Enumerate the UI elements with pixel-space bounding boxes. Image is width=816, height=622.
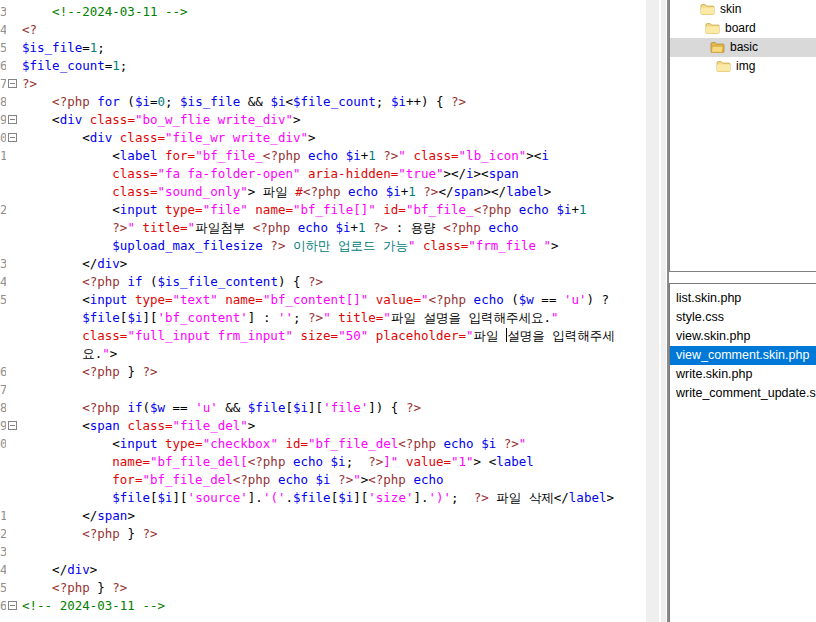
line-number: 5 (0, 39, 6, 57)
code-text: for="bf_file_del<?php echo $i ?>"><?php … (22, 471, 444, 489)
tree-item-label: basic (730, 40, 758, 54)
file-list-panel: list.skin.phpstyle.cssview.skin.phpview_… (669, 283, 816, 622)
code-text: </div> (22, 561, 97, 579)
code-text: <input type="checkbox" id="bf_file_del<?… (22, 435, 526, 453)
code-line[interactable]: class="full_input frm_input" size="50" p… (0, 327, 646, 345)
line-number: 8 (0, 93, 6, 111)
line-number: 3 (0, 543, 6, 561)
fold-toggle-icon[interactable] (8, 79, 17, 88)
line-number: 1 (0, 507, 6, 525)
code-text: <input type="text" name="bf_content[]" v… (22, 291, 609, 309)
code-line[interactable]: 9 <div class="bo_w_flie write_div"> (0, 111, 646, 129)
file-item-list.skin.php[interactable]: list.skin.php (670, 289, 816, 308)
code-line[interactable]: 3 </div> (0, 255, 646, 273)
code-line[interactable]: 3 (0, 543, 646, 561)
code-line[interactable]: $file[$i]['source'].'('.$file[$i]['size'… (0, 489, 646, 507)
code-line[interactable]: $upload_max_filesize ?> 이하만 업로드 가능" clas… (0, 237, 646, 255)
file-item-write.skin.php[interactable]: write.skin.php (670, 365, 816, 384)
code-line[interactable]: 4 </div> (0, 561, 646, 579)
code-line[interactable]: 7?> (0, 75, 646, 93)
code-text: </span> (22, 507, 135, 525)
line-number: 4 (0, 21, 6, 39)
file-item-view.skin.php[interactable]: view.skin.php (670, 327, 816, 346)
code-text: <div class="bo_w_flie write_div"> (22, 111, 300, 129)
code-line[interactable]: 5 <input type="text" name="bf_content[]"… (0, 291, 646, 309)
code-text: $is_file=1; (22, 39, 105, 57)
line-number: 7 (0, 381, 6, 399)
code-line[interactable]: $file[$i]['bf_content'] : ''; ?>" title=… (0, 309, 646, 327)
code-text: <!--2024-03-11 --> (22, 3, 188, 21)
code-line[interactable]: 5 <?php } ?> (0, 579, 646, 597)
code-line[interactable]: name="bf_file_del[<?php echo $i; ?>]" va… (0, 453, 646, 471)
code-text: $file[$i]['bf_content'] : ''; ?>" title=… (22, 309, 558, 327)
code-text: </div> (22, 255, 127, 273)
tree-item-label: board (725, 21, 756, 35)
line-number: 6 (0, 57, 6, 75)
line-number: 5 (0, 579, 6, 597)
code-line[interactable]: 0 <div class="file_wr write_div"> (0, 129, 646, 147)
code-line[interactable]: 8 <?php if($w == 'u' && $file[$i]['file'… (0, 399, 646, 417)
code-text: name="bf_file_del[<?php echo $i; ?>]" va… (22, 453, 534, 471)
editor-scrollbar[interactable] (646, 0, 666, 622)
file-list: list.skin.phpstyle.cssview.skin.phpview_… (670, 284, 816, 403)
fold-toggle-icon[interactable] (8, 601, 17, 610)
fold-toggle-icon[interactable] (8, 115, 17, 124)
code-editor[interactable]: 3 <!--2024-03-11 -->4<?5$is_file=1;6$fil… (0, 0, 646, 622)
code-text: class="sound_only"> 파일 #<?php echo $i+1 … (22, 183, 551, 201)
line-number: 6 (0, 597, 6, 615)
code-line[interactable]: 1 <label for="bf_file_<?php echo $i+1 ?>… (0, 147, 646, 165)
tree-item-skin[interactable]: skin (670, 0, 816, 19)
line-number: 3 (0, 3, 6, 21)
code-line[interactable]: class="fa fa-folder-open" aria-hidden="t… (0, 165, 646, 183)
file-item-style.css[interactable]: style.css (670, 308, 816, 327)
tree-item-img[interactable]: img (670, 57, 816, 76)
file-item-view_comment.skin.php[interactable]: view_comment.skin.php (670, 346, 816, 365)
code-line[interactable]: ?>" title="파일첨부 <?php echo $i+1 ?> : 용량 … (0, 219, 646, 237)
folder-icon (716, 60, 731, 72)
code-line[interactable]: 1 </span> (0, 507, 646, 525)
code-text: <label for="bf_file_<?php echo $i+1 ?>" … (22, 147, 549, 165)
code-text: <?php if($w == 'u' && $file[$i]['file'])… (22, 399, 421, 417)
line-number: 9 (0, 417, 6, 435)
code-line[interactable]: 0 <input type="checkbox" id="bf_file_del… (0, 435, 646, 453)
code-text: <?php } ?> (22, 579, 127, 597)
code-text: class="full_input frm_input" size="50" p… (22, 327, 615, 345)
line-number: 7 (0, 75, 6, 93)
code-line[interactable]: 3 <!--2024-03-11 --> (0, 3, 646, 21)
code-text: <? (22, 21, 37, 39)
code-text: <span class="file_del"> (22, 417, 255, 435)
code-line[interactable]: class="sound_only"> 파일 #<?php echo $i+1 … (0, 183, 646, 201)
tree-item-label: img (736, 59, 755, 73)
line-number: 2 (0, 201, 6, 219)
code-line[interactable]: 4 <?php if ($is_file_content) { ?> (0, 273, 646, 291)
line-number: 6 (0, 363, 6, 381)
code-text: <?php } ?> (22, 525, 158, 543)
code-line[interactable]: 5$is_file=1; (0, 39, 646, 57)
line-number: 0 (0, 129, 6, 147)
editplus-window: 3 <!--2024-03-11 -->4<?5$is_file=1;6$fil… (0, 0, 816, 622)
code-line[interactable]: 7 (0, 381, 646, 399)
code-line[interactable]: 9 <span class="file_del"> (0, 417, 646, 435)
fold-toggle-icon[interactable] (8, 133, 17, 142)
code-line[interactable]: 2 <?php } ?> (0, 525, 646, 543)
code-line[interactable]: 요."> (0, 345, 646, 363)
code-line[interactable]: 2 <input type="file" name="bf_file[]" id… (0, 201, 646, 219)
code-line[interactable]: 8 <?php for ($i=0; $is_file && $i<$file_… (0, 93, 646, 111)
line-number: 4 (0, 561, 6, 579)
code-line[interactable]: 6 <?php } ?> (0, 363, 646, 381)
code-line[interactable]: 4<? (0, 21, 646, 39)
code-text: 요."> (22, 345, 117, 363)
code-line[interactable]: for="bf_file_del<?php echo $i ?>"><?php … (0, 471, 646, 489)
folder-icon (710, 41, 725, 53)
code-line[interactable]: 6<!-- 2024-03-11 --> (0, 597, 646, 615)
tree-item-basic[interactable]: basic (670, 38, 816, 57)
folder-icon (700, 3, 715, 15)
file-item-write_comment_update.skin[interactable]: write_comment_update.skin (670, 384, 816, 403)
line-number: 0 (0, 435, 6, 453)
code-text: ?> (22, 75, 37, 93)
fold-toggle-icon[interactable] (8, 421, 17, 430)
tree-item-board[interactable]: board (670, 19, 816, 38)
code-text: ?>" title="파일첨부 <?php echo $i+1 ?> : 용량 … (22, 219, 519, 237)
code-line[interactable]: 6$file_count=1; (0, 57, 646, 75)
line-number: 3 (0, 255, 6, 273)
